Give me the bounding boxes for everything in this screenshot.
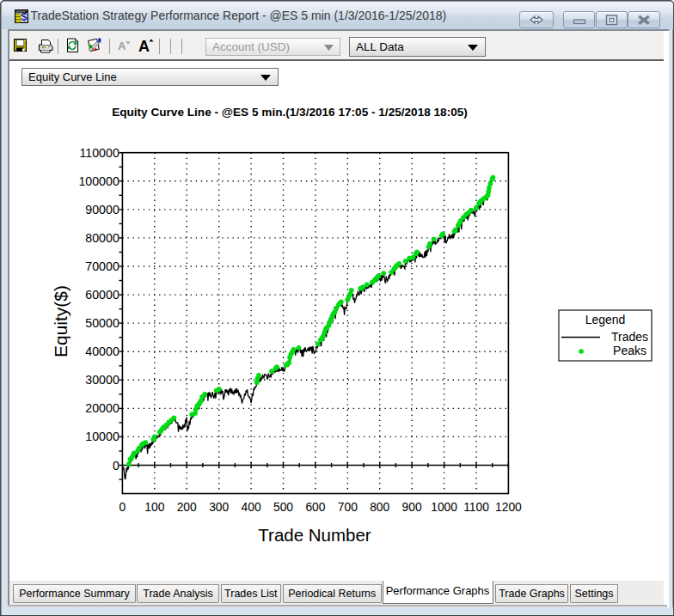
svg-text:700: 700 — [338, 501, 358, 514]
svg-text:30000: 30000 — [85, 373, 119, 387]
svg-text:1200: 1200 — [495, 501, 522, 514]
svg-text:100000: 100000 — [78, 174, 119, 188]
svg-text:Trade Number: Trade Number — [258, 525, 371, 545]
svg-text:40000: 40000 — [85, 345, 119, 358]
svg-text:500: 500 — [273, 501, 293, 514]
svg-text:50000: 50000 — [85, 316, 119, 330]
svg-text:Peaks: Peaks — [613, 344, 646, 357]
svg-text:0: 0 — [113, 459, 119, 473]
svg-text:70000: 70000 — [85, 259, 119, 273]
svg-text:600: 600 — [305, 501, 325, 514]
svg-text:Trades: Trades — [611, 330, 648, 344]
svg-text:80000: 80000 — [85, 231, 119, 245]
svg-text:900: 900 — [402, 501, 422, 514]
svg-text:300: 300 — [209, 501, 229, 514]
svg-text:800: 800 — [370, 501, 389, 514]
svg-text:110000: 110000 — [80, 146, 119, 160]
svg-text:20000: 20000 — [85, 401, 119, 415]
svg-text:Equity($): Equity($) — [51, 285, 70, 357]
svg-text:0: 0 — [119, 501, 126, 514]
svg-text:60000: 60000 — [85, 288, 119, 302]
svg-text:1100: 1100 — [463, 501, 489, 514]
svg-text:1000: 1000 — [431, 501, 457, 514]
svg-text:400: 400 — [242, 501, 261, 514]
svg-text:10000: 10000 — [85, 430, 119, 443]
svg-text:100: 100 — [144, 501, 164, 514]
svg-text:Legend: Legend — [585, 313, 626, 326]
svg-text:90000: 90000 — [85, 203, 119, 217]
svg-text:200: 200 — [177, 501, 197, 514]
